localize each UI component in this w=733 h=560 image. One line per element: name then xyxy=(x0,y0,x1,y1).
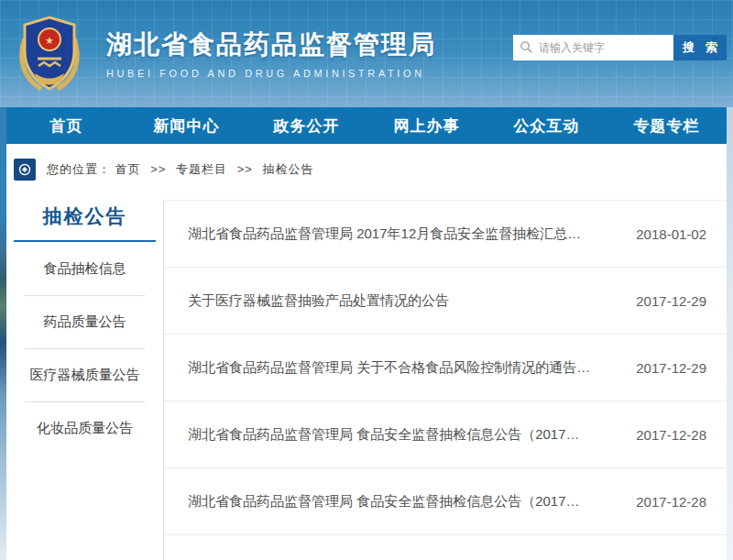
search-icon xyxy=(520,40,533,54)
announcement-date: 2017-12-28 xyxy=(636,494,706,510)
nav-item-public-interaction[interactable]: 公众互动 xyxy=(487,107,607,144)
page: ★ 湖北省食品药品监督管理局 HUBEI FOOD AND DRUG ADMIN… xyxy=(0,0,733,560)
breadcrumb-label: 您的位置： xyxy=(47,162,111,176)
sidebar-item-medical-device-quality-notice[interactable]: 医疗器械质量公告 xyxy=(25,348,145,401)
sidebar-item-cosmetics-quality-notice[interactable]: 化妆品质量公告 xyxy=(25,401,145,455)
breadcrumb-sampling-notices[interactable]: 抽检公告 xyxy=(263,162,314,176)
breadcrumb-separator: >> xyxy=(237,162,253,176)
nav-item-news[interactable]: 新闻中心 xyxy=(126,107,246,144)
list-item: 湖北省食品药品监督管理局 食品安全监督抽检信息公告（2017年第50期） 201… xyxy=(164,468,727,535)
background-photo-strip-left xyxy=(0,107,6,560)
breadcrumb: 您的位置： 首页 >> 专题栏目 >> 抽检公告 xyxy=(6,144,727,194)
content-area: 抽检公告 食品抽检信息 药品质量公告 医疗器械质量公告 化妆品质量公告 湖北省食… xyxy=(6,194,727,560)
breadcrumb-home[interactable]: 首页 xyxy=(115,162,141,176)
announcement-link[interactable]: 湖北省食品药品监督管理局 食品安全监督抽检信息公告（2017年第51期） xyxy=(188,426,591,444)
announcement-date: 2018-01-02 xyxy=(636,226,706,242)
list-item: 湖北省食品药品监督管理局 2017年12月食品安全监督抽检汇总情况分析 2018… xyxy=(164,201,727,268)
site-header: ★ 湖北省食品药品监督管理局 HUBEI FOOD AND DRUG ADMIN… xyxy=(0,0,733,107)
nav-item-gov-info[interactable]: 政务公开 xyxy=(246,107,366,144)
announcement-date: 2017-12-29 xyxy=(636,293,706,309)
sidebar-title: 抽检公告 xyxy=(14,203,156,242)
sidebar-item-drug-quality-notice[interactable]: 药品质量公告 xyxy=(25,295,145,348)
site-subtitle: HUBEI FOOD AND DRUG ADMINISTRATION xyxy=(106,68,436,79)
announcement-list: 湖北省食品药品监督管理局 2017年12月食品安全监督抽检汇总情况分析 2018… xyxy=(163,200,727,560)
nav-item-home[interactable]: 首页 xyxy=(6,107,126,144)
list-item: 关于医疗器械监督抽验产品处置情况的公告 2017-12-29 xyxy=(164,268,727,335)
announcement-link[interactable]: 湖北省食品药品监督管理局 2017年12月食品安全监督抽检汇总情况分析 xyxy=(188,225,591,243)
background-strip-right xyxy=(727,107,733,560)
nav-item-special-topics[interactable]: 专题专栏 xyxy=(607,107,727,144)
breadcrumb-separator: >> xyxy=(150,162,166,176)
search-button[interactable]: 搜 索 xyxy=(673,35,727,60)
list-item: 湖北省食品药品监督管理局 关于不合格食品风险控制情况的通告 （2017年第...… xyxy=(164,335,727,401)
search-bar: 搜 索 xyxy=(513,35,727,60)
svg-text:★: ★ xyxy=(45,35,54,46)
search-input[interactable] xyxy=(513,35,673,60)
announcement-link[interactable]: 关于医疗器械监督抽验产品处置情况的公告 xyxy=(188,292,449,310)
announcement-link[interactable]: 湖北省食品药品监督管理局 食品安全监督抽检信息公告（2017年第50期） xyxy=(188,493,591,511)
announcement-date: 2017-12-29 xyxy=(636,360,706,376)
nav-item-online-services[interactable]: 网上办事 xyxy=(366,107,487,144)
main-nav: 首页 新闻中心 政务公开 网上办事 公众互动 专题专栏 xyxy=(6,107,727,144)
sidebar: 抽检公告 食品抽检信息 药品质量公告 医疗器械质量公告 化妆品质量公告 xyxy=(6,194,163,560)
list-item: 湖北省食品药品监督管理局 食品安全监督抽检信息公告（2017年第51期） 201… xyxy=(164,401,727,468)
location-icon xyxy=(14,159,36,181)
announcement-date: 2017-12-28 xyxy=(636,427,706,443)
agency-emblem-icon: ★ xyxy=(13,13,86,95)
breadcrumb-special-columns[interactable]: 专题栏目 xyxy=(176,162,227,176)
sidebar-item-food-sampling-info[interactable]: 食品抽检信息 xyxy=(25,242,145,295)
site-brand[interactable]: ★ 湖北省食品药品监督管理局 HUBEI FOOD AND DRUG ADMIN… xyxy=(13,13,436,95)
page-body: 您的位置： 首页 >> 专题栏目 >> 抽检公告 抽检公告 食品抽检信息 药品质… xyxy=(6,144,727,560)
announcement-link[interactable]: 湖北省食品药品监督管理局 关于不合格食品风险控制情况的通告 （2017年第... xyxy=(188,359,591,377)
site-title: 湖北省食品药品监督管理局 xyxy=(106,29,436,60)
